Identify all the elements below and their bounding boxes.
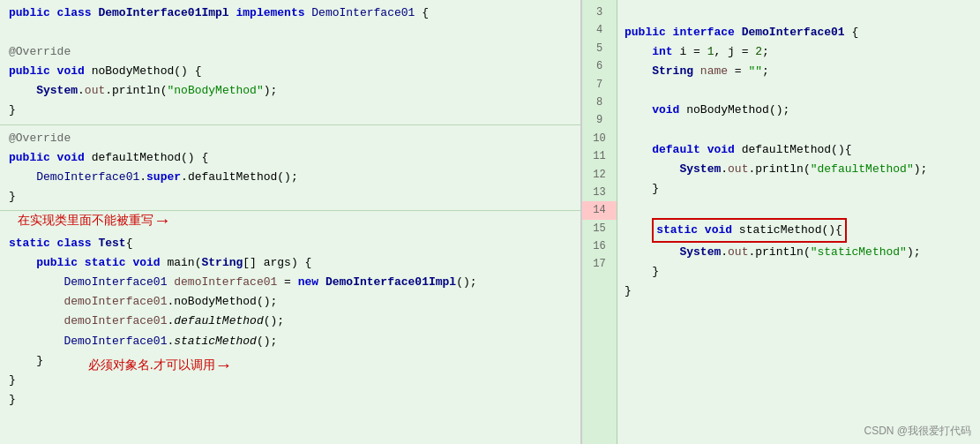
code-section-1: public class DemoInterface01Impl impleme…	[0, 0, 580, 124]
code-line: demoInterface01.noBodyMethod();	[9, 292, 572, 312]
line-num-15: 15	[582, 220, 617, 237]
code-line: System.out.println("noBodyMethod");	[9, 81, 572, 101]
code-line-r15: System.out.println("staticMethod");	[625, 243, 973, 262]
left-section-2: @Override public void defaultMethod() { …	[0, 125, 580, 211]
code-line: DemoInterface01 demoInterface01 = new De…	[9, 273, 572, 292]
line-num-5: 5	[582, 40, 617, 57]
code-line: }	[9, 101, 572, 120]
code-line-r12: }	[625, 179, 973, 199]
code-line	[9, 23, 572, 42]
code-line: }	[9, 390, 572, 410]
line-num-12: 12	[582, 166, 617, 184]
watermark: CSDN @我很爱打代码	[864, 424, 971, 439]
line-num-10: 10	[582, 130, 617, 147]
annotation-text-must-use: 必须对象名.才可以调用	[88, 357, 215, 373]
line-num-3: 3	[582, 4, 617, 21]
left-code-panel: public class DemoInterface01Impl impleme…	[0, 0, 582, 444]
line-num-16: 16	[582, 237, 617, 255]
code-line-r14: static void staticMethod(){	[625, 218, 973, 243]
code-line: }	[9, 187, 572, 207]
code-section-3: static class Test{ public static void ma…	[0, 211, 580, 413]
code-line: @Override	[9, 129, 572, 148]
code-line-r4: public interface DemoInterface01 {	[625, 23, 973, 42]
code-line-r7	[625, 81, 973, 101]
code-line-r10: default void defaultMethod(){	[625, 140, 973, 160]
code-line-r13	[625, 199, 973, 218]
line-num-11: 11	[582, 147, 617, 165]
line-num-4: 4	[582, 21, 617, 39]
code-line-r11: System.out.println("defaultMethod");	[625, 160, 973, 179]
right-code-content: public interface DemoInterface01 { int i…	[617, 0, 980, 444]
line-num-13: 13	[582, 184, 617, 201]
line-num-17: 17	[582, 255, 617, 273]
code-line-r3	[625, 4, 973, 23]
code-line: DemoInterface01.staticMethod();	[9, 332, 572, 351]
arrow-icon-right-2: →	[219, 356, 229, 376]
code-line: demoInterface01.defaultMethod();	[9, 312, 572, 331]
code-section-2: @Override public void defaultMethod() { …	[0, 125, 580, 210]
code-line: public void defaultMethod() {	[9, 148, 572, 168]
code-line-r17: }	[625, 282, 973, 301]
code-line-r6: String name = "";	[625, 62, 973, 81]
code-line: DemoInterface01.super.defaultMethod();	[9, 168, 572, 187]
annotation-text-cannot-override: 在实现类里面不能被重写	[18, 213, 153, 229]
code-line-r5: int i = 1, j = 2;	[625, 42, 973, 62]
code-line: public static void main(String[] args) {	[9, 253, 572, 273]
annotation-section: static class Test{ public static void ma…	[0, 211, 580, 413]
code-line-r8: void noBodyMethod();	[625, 101, 973, 120]
left-section-1: public class DemoInterface01Impl impleme…	[0, 0, 580, 125]
code-line: static class Test{	[9, 234, 572, 253]
code-line-r9	[625, 121, 973, 140]
line-num-7: 7	[582, 76, 617, 94]
line-num-8: 8	[582, 94, 617, 111]
line-numbers: 3 4 5 6 7 8 9 10 11 12 13 14 15 16 17	[582, 0, 617, 444]
line-num-9: 9	[582, 111, 617, 129]
annotation-must-use-name: 必须对象名.才可以调用 →	[88, 356, 233, 376]
line-num-14: 14	[582, 201, 617, 219]
line-num-6: 6	[582, 57, 617, 75]
main-container: public class DemoInterface01Impl impleme…	[0, 0, 980, 444]
annotation-cannot-override: 在实现类里面不能被重写 →	[18, 211, 171, 231]
code-line: public class DemoInterface01Impl impleme…	[9, 4, 572, 23]
code-line: @Override	[9, 42, 572, 62]
code-line-r16: }	[625, 262, 973, 282]
code-line: public void noBodyMethod() {	[9, 62, 572, 81]
right-code-panel: 3 4 5 6 7 8 9 10 11 12 13 14 15 16 17 pu…	[582, 0, 980, 444]
arrow-icon-right: →	[157, 211, 168, 231]
